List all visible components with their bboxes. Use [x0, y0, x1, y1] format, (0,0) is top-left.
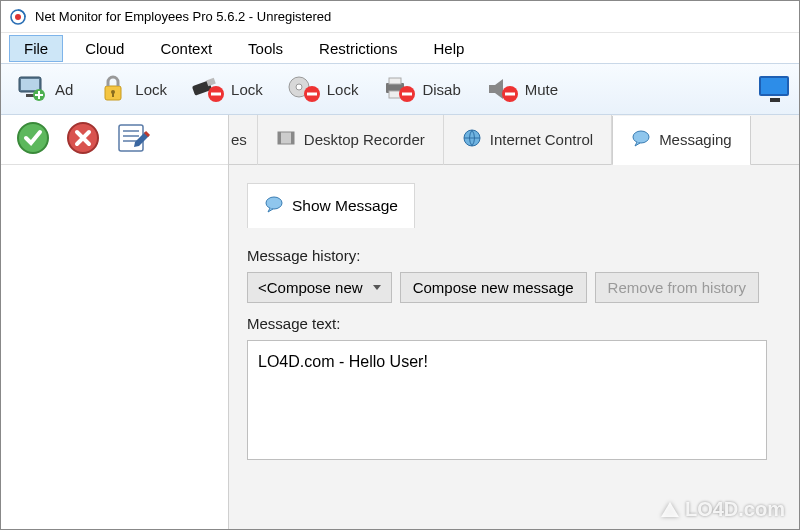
disc-deny-icon	[287, 75, 321, 103]
window-title: Net Monitor for Employees Pro 5.6.2 - Un…	[35, 9, 331, 24]
app-icon	[9, 8, 27, 26]
lock1-label: Lock	[135, 81, 167, 98]
globe-icon	[462, 128, 482, 151]
chevron-down-icon	[373, 285, 381, 290]
disable-printer-button[interactable]: Disab	[372, 67, 470, 111]
svg-rect-21	[402, 93, 412, 96]
tab-messaging[interactable]: Messaging	[612, 116, 751, 166]
tab-strip: es Desktop Recorder Internet Control Mes…	[229, 115, 799, 165]
reject-icon[interactable]	[65, 120, 101, 159]
lock3-label: Lock	[327, 81, 359, 98]
menu-tools[interactable]: Tools	[234, 36, 297, 61]
tab-label: Internet Control	[490, 131, 593, 148]
tab-desktop-recorder[interactable]: Desktop Recorder	[258, 115, 444, 165]
toolbar: Ad Lock Lock Lock Disab Mute	[1, 63, 799, 115]
padlock-icon	[97, 74, 129, 104]
svg-rect-34	[278, 132, 281, 144]
speaker-mute-icon	[485, 75, 519, 103]
svg-rect-23	[505, 93, 515, 96]
usb-deny-icon	[191, 75, 225, 103]
svg-point-38	[266, 197, 282, 209]
monitor-button[interactable]	[747, 67, 793, 111]
svg-point-37	[633, 131, 649, 143]
history-label: Message history:	[247, 247, 767, 264]
tab-label: Desktop Recorder	[304, 131, 425, 148]
monitor-icon	[757, 74, 793, 104]
lock-usb-button[interactable]: Lock	[181, 67, 273, 111]
chat-icon	[264, 194, 284, 218]
svg-rect-3	[21, 79, 39, 90]
tab-partial-label: es	[231, 131, 247, 148]
tab-label: Messaging	[659, 131, 732, 148]
subtab-label: Show Message	[292, 197, 398, 215]
subtab-show-message[interactable]: Show Message	[247, 183, 415, 228]
svg-rect-12	[211, 93, 221, 96]
lock-cd-button[interactable]: Lock	[277, 67, 369, 111]
menu-cloud[interactable]: Cloud	[71, 36, 138, 61]
lock2-label: Lock	[231, 81, 263, 98]
add-computer-button[interactable]: Ad	[7, 67, 83, 111]
svg-rect-16	[307, 93, 317, 96]
chat-icon	[631, 128, 651, 151]
svg-rect-18	[389, 78, 401, 84]
menu-restrictions[interactable]: Restrictions	[305, 36, 411, 61]
lock-keyboard-button[interactable]: Lock	[87, 67, 177, 111]
edit-list-icon[interactable]	[115, 120, 151, 159]
monitor-add-icon	[17, 75, 49, 103]
menu-file[interactable]: File	[9, 35, 63, 62]
mute-button[interactable]: Mute	[475, 67, 568, 111]
compose-new-button[interactable]: Compose new message	[400, 272, 587, 303]
computer-list[interactable]	[1, 165, 228, 529]
film-icon	[276, 128, 296, 151]
disable-label: Disab	[422, 81, 460, 98]
svg-rect-25	[761, 78, 787, 94]
svg-rect-26	[770, 98, 780, 102]
message-text-input[interactable]	[247, 340, 767, 460]
right-panel: es Desktop Recorder Internet Control Mes…	[229, 115, 799, 529]
compose-select-value: <Compose new	[258, 279, 363, 296]
tab-partial[interactable]: es	[229, 115, 258, 165]
menubar: File Cloud Context Tools Restrictions He…	[1, 33, 799, 63]
menu-help[interactable]: Help	[419, 36, 478, 61]
printer-deny-icon	[382, 75, 416, 103]
left-sidebar	[1, 115, 229, 529]
svg-rect-35	[291, 132, 294, 144]
text-label: Message text:	[247, 315, 767, 332]
svg-point-14	[296, 84, 302, 90]
add-label: Ad	[55, 81, 73, 98]
body: es Desktop Recorder Internet Control Mes…	[1, 115, 799, 529]
compose-select[interactable]: <Compose new	[247, 272, 392, 303]
svg-rect-8	[112, 93, 114, 97]
sidebar-actions	[1, 115, 228, 165]
mute-label: Mute	[525, 81, 558, 98]
svg-point-1	[15, 14, 21, 20]
remove-history-button[interactable]: Remove from history	[595, 272, 759, 303]
accept-icon[interactable]	[15, 120, 51, 159]
menu-context[interactable]: Context	[146, 36, 226, 61]
svg-rect-4	[26, 94, 34, 97]
tab-content: Show Message Message history: <Compose n…	[229, 165, 799, 529]
titlebar: Net Monitor for Employees Pro 5.6.2 - Un…	[1, 1, 799, 33]
tab-internet-control[interactable]: Internet Control	[444, 115, 612, 165]
